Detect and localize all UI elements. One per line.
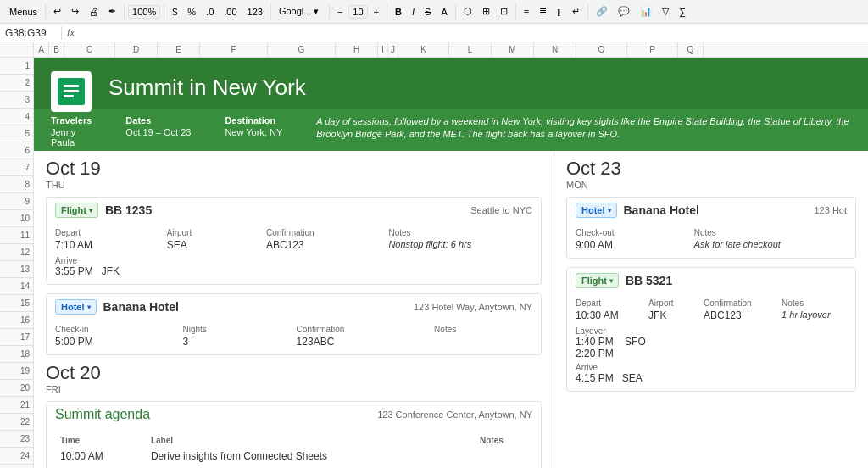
function-button[interactable]: ∑ — [675, 5, 690, 19]
col-header-m[interactable]: M — [492, 42, 534, 57]
oct23-arrive-label: Arrive — [576, 363, 847, 372]
wrap-button[interactable]: ↵ — [568, 4, 584, 19]
redo-button[interactable]: ↪ — [67, 4, 83, 19]
col-header-k[interactable]: K — [398, 42, 449, 57]
col-header-d[interactable]: D — [115, 42, 158, 57]
vertical-align[interactable]: ⫿ — [553, 5, 566, 19]
col-header-i[interactable]: I — [378, 42, 388, 57]
travelers-label: Travelers — [51, 115, 92, 125]
bold-button[interactable]: B — [391, 5, 406, 19]
trip-description: A day of sessions, followed by a weekend… — [316, 115, 851, 142]
decimal-up-button[interactable]: .00 — [220, 5, 241, 19]
oct19-airport-label: Airport — [167, 228, 253, 237]
main-columns: Oct 19 THU Flight ▾ BB 12 — [34, 151, 868, 468]
oct19-arrive-row: Arrive 3:55 PM JFK — [55, 256, 532, 277]
destination-col: Destination New York, NY — [225, 115, 282, 137]
traveler1: Jenny — [51, 127, 92, 137]
col-header-c[interactable]: C — [64, 42, 115, 57]
paint-format-button[interactable]: ✒ — [104, 4, 120, 19]
oct19-depart-label: Depart — [55, 228, 153, 237]
oct19-hotel-badge-arrow: ▾ — [87, 304, 91, 311]
col-header-j[interactable]: J — [388, 42, 398, 57]
oct23-hotel-badge[interactable]: Hotel ▾ — [576, 203, 617, 218]
align-left[interactable]: ≡ — [520, 5, 533, 19]
oct19-depart-airport: SEA — [167, 239, 253, 251]
col-header-e[interactable]: E — [158, 42, 200, 57]
font-size-increase[interactable]: + — [370, 5, 383, 19]
row-num-2: 2 — [0, 75, 33, 92]
oct23-flight-badge[interactable]: Flight ▾ — [576, 273, 619, 288]
comment-button[interactable]: 💬 — [614, 4, 634, 19]
oct19-flight-badge[interactable]: Flight ▾ — [55, 203, 98, 218]
col-header-o[interactable]: O — [576, 42, 627, 57]
font-size[interactable]: 10 — [348, 5, 367, 19]
strikethrough-button[interactable]: S — [420, 5, 435, 19]
oct23-arrive-time: 4:15 PM SEA — [576, 372, 847, 384]
format-button[interactable]: 123 — [243, 5, 267, 19]
row-num-23: 23 — [0, 431, 33, 448]
oct19-flight-notes: Nonstop flight: 6 hrs — [388, 239, 532, 251]
percent-button[interactable]: % — [183, 5, 200, 19]
align-button[interactable]: ≣ — [535, 4, 551, 19]
oct23-layover-row: Layover 1:40 PM SFO 2:20 PM — [576, 326, 847, 359]
toolbar-separator-1 — [45, 4, 46, 20]
borders-button[interactable]: ⊞ — [478, 4, 494, 19]
oct23-flight-badge-label: Flight — [581, 276, 607, 286]
col-header-b[interactable]: B — [49, 42, 64, 57]
decimal-down-button[interactable]: .0 — [202, 5, 218, 19]
font-color-button[interactable]: A — [437, 5, 451, 19]
col-header-f[interactable]: F — [200, 42, 268, 57]
italic-button[interactable]: I — [408, 5, 419, 19]
oct19-checkin-time: 5:00 PM — [55, 336, 169, 348]
zoom-level[interactable]: 100% — [128, 5, 160, 19]
row-num-19: 19 — [0, 363, 33, 380]
menus-button[interactable]: Menus — [5, 5, 42, 19]
row-num-5: 5 — [0, 125, 33, 142]
travelers-col: Travelers Jenny Paula — [51, 115, 92, 148]
col-header-a[interactable]: A — [34, 42, 49, 57]
oct19-hotel-badge-label: Hotel — [61, 302, 85, 312]
dates-value: Oct 19 – Oct 23 — [125, 127, 191, 137]
print-button[interactable]: 🖨 — [85, 5, 103, 19]
oct23-depart-label: Depart — [576, 298, 635, 308]
oct19-nights: 3 — [182, 336, 282, 348]
oct19-notes-label: Notes — [388, 228, 532, 237]
merge-button[interactable]: ⊡ — [496, 4, 512, 19]
oct20-dow: FRI — [46, 384, 101, 394]
oct23-checkout-label: Check-out — [576, 228, 681, 237]
agenda-tbody: 10:00 AM Derive insights from Connected … — [57, 448, 531, 468]
oct23-notes-label: Notes — [782, 298, 847, 308]
oct19-hotel-grid: Check-in Nights Confirmation Notes 5:00 … — [55, 325, 532, 348]
oct19-hotel-badge[interactable]: Hotel ▾ — [55, 299, 97, 315]
undo-button[interactable]: ↩ — [49, 4, 65, 19]
oct23-flight-number: BB 5321 — [626, 274, 672, 287]
oct19-hotel-title-row: Hotel ▾ Banana Hotel — [55, 299, 179, 315]
oct23-date: Oct 23 — [566, 159, 621, 178]
cell-reference[interactable]: G38:G39 — [5, 27, 56, 39]
toolbar-separator-7 — [455, 4, 456, 20]
col-header-n[interactable]: N — [534, 42, 576, 57]
link-button[interactable]: 🔗 — [592, 4, 612, 19]
font-size-decrease[interactable]: − — [333, 5, 347, 19]
col-header-l[interactable]: L — [449, 42, 492, 57]
col-header-g[interactable]: G — [268, 42, 336, 57]
oct19-nights-label: Nights — [182, 325, 282, 334]
oct23-hotel-badge-arrow: ▾ — [608, 207, 611, 214]
col-header-p[interactable]: P — [627, 42, 678, 57]
col-header-q[interactable]: Q — [678, 42, 704, 57]
currency-button[interactable]: $ — [168, 5, 181, 19]
row-num-14: 14 — [0, 278, 33, 295]
oct19-flight-card-header: Flight ▾ BB 1235 Seattle to NYC — [47, 198, 541, 223]
fill-color-button[interactable]: ⬡ — [459, 4, 476, 19]
oct19-flight-badge-label: Flight — [61, 205, 86, 215]
oct23-hotel-name: Banana Hotel — [624, 203, 699, 217]
font-name[interactable]: Googl... ▾ — [275, 4, 326, 19]
agenda-row-1: 10:00 AM Derive insights from Connected … — [57, 448, 531, 464]
oct20-agenda-body: Time Label Notes 10:00 AM Derive insight… — [47, 427, 541, 468]
filter-button[interactable]: ▽ — [658, 4, 673, 19]
oct19-arrive-airport: JFK — [102, 265, 120, 277]
col-header-h[interactable]: H — [336, 42, 378, 57]
row-num-21: 21 — [0, 397, 33, 414]
toolbar-separator-2 — [124, 4, 125, 20]
chart-button[interactable]: 📊 — [636, 4, 656, 19]
